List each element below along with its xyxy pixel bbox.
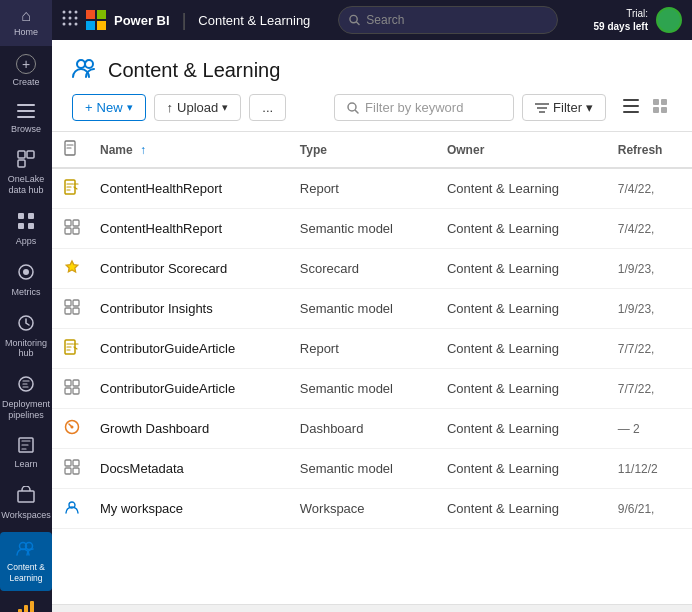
upload-button[interactable]: ↑ Upload ▾ xyxy=(154,94,242,121)
svg-rect-63 xyxy=(65,460,71,466)
nav-workspace-label[interactable]: Content & Learning xyxy=(198,13,310,28)
svg-rect-8 xyxy=(18,223,24,229)
svg-rect-65 xyxy=(65,468,71,474)
svg-point-29 xyxy=(75,23,78,26)
svg-rect-42 xyxy=(653,99,659,105)
sidebar-item-powerbi[interactable]: Power BI xyxy=(0,591,52,612)
svg-point-21 xyxy=(63,11,66,14)
content-area: Content & Learning + New ▾ ↑ Upload ▾ ..… xyxy=(52,40,692,612)
owner-column-header[interactable]: Owner xyxy=(435,132,606,168)
grid-menu-icon[interactable] xyxy=(62,10,78,30)
main-wrapper: Power BI | Content & Learning Trial: 59 … xyxy=(52,0,692,612)
sidebar-item-label: Workspaces xyxy=(1,510,50,521)
sidebar-item-monitoring[interactable]: Monitoring hub xyxy=(0,306,52,368)
filter-button[interactable]: Filter ▾ xyxy=(522,94,606,121)
svg-line-35 xyxy=(356,110,359,113)
onelake-icon xyxy=(17,150,35,171)
svg-rect-2 xyxy=(17,116,35,118)
item-name-cell: ContributorGuideArticle xyxy=(88,329,288,369)
sidebar-item-workspaces[interactable]: Workspaces xyxy=(0,478,52,529)
table-row[interactable]: ContentHealthReport Semantic model Conte… xyxy=(52,209,692,249)
svg-rect-7 xyxy=(28,213,34,219)
svg-rect-58 xyxy=(73,380,79,386)
sidebar-item-create[interactable]: + Create xyxy=(0,46,52,96)
item-owner-cell: Content & Learning xyxy=(435,329,606,369)
sidebar-item-home[interactable]: ⌂ Home xyxy=(0,0,52,46)
sidebar-item-browse[interactable]: Browse xyxy=(0,96,52,143)
table-row[interactable]: ContentHealthReport Report Content & Lea… xyxy=(52,168,692,209)
svg-point-24 xyxy=(63,17,66,20)
sidebar-item-label: Deployment pipelines xyxy=(2,399,50,421)
svg-rect-48 xyxy=(65,220,71,226)
list-view-icon[interactable] xyxy=(618,94,644,121)
table-row[interactable]: DocsMetadata Semantic model Content & Le… xyxy=(52,449,692,489)
table-row[interactable]: ContributorGuideArticle Report Content &… xyxy=(52,329,692,369)
table-row[interactable]: Contributor Insights Semantic model Cont… xyxy=(52,289,692,329)
item-owner-cell: Content & Learning xyxy=(435,369,606,409)
dashboard-icon xyxy=(64,421,80,438)
svg-rect-57 xyxy=(65,380,71,386)
sidebar-item-label: Metrics xyxy=(12,287,41,298)
bottom-scrollbar xyxy=(52,604,692,612)
sort-arrow: ↑ xyxy=(140,143,146,157)
sidebar-item-apps[interactable]: Apps xyxy=(0,204,52,255)
table-row[interactable]: Growth Dashboard Dashboard Content & Lea… xyxy=(52,409,692,449)
svg-rect-39 xyxy=(623,99,639,101)
sidebar-item-metrics[interactable]: Metrics xyxy=(0,255,52,306)
item-type-cell: Scorecard xyxy=(288,249,435,289)
page-title: Content & Learning xyxy=(108,59,280,82)
home-icon: ⌂ xyxy=(21,8,31,24)
svg-rect-50 xyxy=(65,228,71,234)
svg-rect-3 xyxy=(18,151,25,158)
search-input[interactable] xyxy=(366,13,547,27)
svg-rect-64 xyxy=(73,460,79,466)
name-column-header[interactable]: Name ↑ xyxy=(88,132,288,168)
table-row[interactable]: ContributorGuideArticle Semantic model C… xyxy=(52,369,692,409)
monitoring-icon xyxy=(17,314,35,335)
sidebar-item-content-learning[interactable]: Content &Learning xyxy=(0,532,52,590)
svg-point-27 xyxy=(63,23,66,26)
chevron-down-icon: ▾ xyxy=(127,101,133,114)
svg-rect-54 xyxy=(65,308,71,314)
filter-icon xyxy=(535,103,549,113)
filter-keyword-input[interactable]: Filter by keyword xyxy=(334,94,514,121)
table-row[interactable]: Contributor Scorecard Scorecard Content … xyxy=(52,249,692,289)
item-refresh-cell: 9/6/21, xyxy=(606,489,692,529)
sidebar-item-onelake[interactable]: OneLake data hub xyxy=(0,142,52,204)
item-type-cell: Semantic model xyxy=(288,289,435,329)
user-avatar[interactable] xyxy=(656,7,682,33)
item-refresh-cell: 7/4/22, xyxy=(606,168,692,209)
svg-rect-51 xyxy=(73,228,79,234)
semantic-icon xyxy=(64,381,80,398)
sidebar-item-label: Create xyxy=(12,77,39,88)
grid-view-icon[interactable] xyxy=(648,94,672,121)
svg-rect-59 xyxy=(65,388,71,394)
deployment-icon xyxy=(17,375,35,396)
new-button[interactable]: + New ▾ xyxy=(72,94,146,121)
item-owner-cell: Content & Learning xyxy=(435,249,606,289)
create-icon: + xyxy=(16,54,36,74)
item-type-cell: Workspace xyxy=(288,489,435,529)
more-button[interactable]: ... xyxy=(249,94,286,121)
item-owner-cell: Content & Learning xyxy=(435,449,606,489)
sidebar-item-learn[interactable]: Learn xyxy=(0,429,52,478)
navbar: Power BI | Content & Learning Trial: 59 … xyxy=(52,0,692,40)
item-name-cell: Contributor Scorecard xyxy=(88,249,288,289)
svg-rect-0 xyxy=(17,104,35,106)
item-refresh-cell: 7/7/22, xyxy=(606,369,692,409)
svg-rect-44 xyxy=(653,107,659,113)
table-row[interactable]: My workspace Workspace Content & Learnin… xyxy=(52,489,692,529)
toolbar: + New ▾ ↑ Upload ▾ ... Filter by keyword… xyxy=(52,84,692,132)
sidebar-item-deployment[interactable]: Deployment pipelines xyxy=(0,367,52,429)
type-column-header[interactable]: Type xyxy=(288,132,435,168)
item-type-cell: Dashboard xyxy=(288,409,435,449)
svg-rect-53 xyxy=(73,300,79,306)
svg-rect-55 xyxy=(73,308,79,314)
svg-rect-5 xyxy=(18,160,25,167)
svg-rect-6 xyxy=(18,213,24,219)
sidebar-item-label: Content &Learning xyxy=(7,562,45,582)
search-box[interactable] xyxy=(338,6,558,34)
svg-point-62 xyxy=(71,426,74,429)
svg-rect-66 xyxy=(73,468,79,474)
refresh-column-header[interactable]: Refresh xyxy=(606,132,692,168)
